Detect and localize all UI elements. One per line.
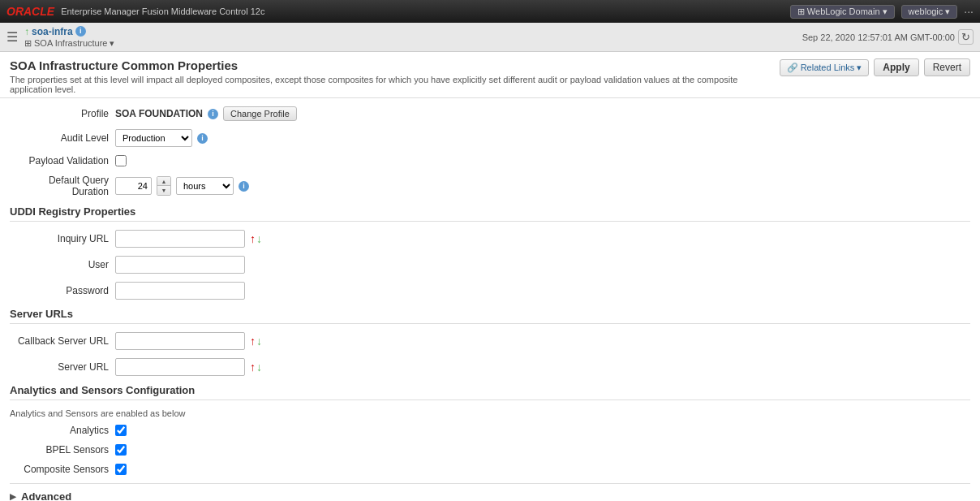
- callback-down-arrow-icon: ↓: [256, 335, 262, 348]
- up-arrow-icon: ↑: [24, 26, 29, 37]
- refresh-button[interactable]: ↻: [958, 29, 974, 45]
- composite-sensors-control: [115, 464, 127, 475]
- grid-small-icon: ⊞: [24, 38, 32, 49]
- soa-infra-link[interactable]: ↑ soa-infra i: [24, 26, 114, 37]
- apply-button[interactable]: Apply: [874, 58, 918, 76]
- default-query-duration-row: Default Query Duration ▲ ▼ hours minutes…: [10, 175, 970, 197]
- expand-icon: ▶: [10, 492, 16, 501]
- analytics-label: Analytics: [10, 425, 115, 436]
- user-row: User: [10, 256, 970, 274]
- server-down-arrow-icon: ↓: [256, 361, 262, 374]
- payload-validation-label: Payload Validation: [10, 155, 115, 166]
- em-title: Enterprise Manager Fusion Middleware Con…: [61, 6, 264, 16]
- form-area: Profile SOA FOUNDATION i Change Profile …: [0, 98, 980, 501]
- inquiry-url-input[interactable]: [115, 230, 245, 248]
- bpel-sensors-checkbox[interactable]: [115, 444, 127, 456]
- analytics-control: [115, 425, 127, 436]
- revert-button[interactable]: Revert: [924, 58, 970, 76]
- analytics-row: Analytics: [10, 425, 970, 436]
- callback-server-url-input[interactable]: [115, 332, 245, 350]
- datetime-label: Sep 22, 2020 12:57:01 AM GMT-00:00: [802, 32, 955, 42]
- server-url-icon[interactable]: ↑↓: [250, 361, 262, 374]
- weblogic-domain-label: WebLogic Domain: [807, 6, 880, 16]
- callback-server-url-label: Callback Server URL: [10, 335, 115, 347]
- default-query-duration-label: Default Query Duration: [10, 175, 115, 197]
- composite-sensors-row: Composite Sensors: [10, 464, 970, 475]
- bpel-sensors-label: BPEL Sensors: [10, 444, 115, 456]
- weblogic-user-label: weblogic: [909, 6, 943, 16]
- inquiry-url-label: Inquiry URL: [10, 233, 115, 244]
- profile-control: SOA FOUNDATION i Change Profile: [115, 106, 297, 121]
- audit-level-select[interactable]: Production Off Development Trace: [115, 129, 192, 147]
- change-profile-button[interactable]: Change Profile: [223, 106, 297, 121]
- weblogic-user-button[interactable]: weblogic ▾: [901, 5, 958, 19]
- user-label: User: [10, 259, 115, 270]
- analytics-section-header: Analytics and Sensors Configuration: [10, 384, 970, 400]
- server-url-input[interactable]: [115, 358, 245, 376]
- audit-level-info-icon[interactable]: i: [197, 133, 208, 144]
- analytics-section: Analytics and Sensors Configuration Anal…: [10, 384, 970, 475]
- profile-value: SOA FOUNDATION: [115, 108, 203, 119]
- oracle-text: ORACLE: [6, 5, 54, 18]
- inquiry-url-row: Inquiry URL ↑↓: [10, 230, 970, 248]
- duration-unit-select[interactable]: hours minutes seconds: [176, 177, 234, 195]
- audit-level-control: Production Off Development Trace i: [115, 129, 208, 147]
- server-url-row: Server URL ↑↓: [10, 358, 970, 376]
- top-navigation: ORACLE Enterprise Manager Fusion Middlew…: [0, 0, 980, 23]
- advanced-header[interactable]: ▶ Advanced: [10, 490, 970, 501]
- payload-validation-row: Payload Validation: [10, 155, 970, 166]
- weblogic-domain-button[interactable]: ⊞ WebLogic Domain ▾: [790, 5, 895, 19]
- password-input[interactable]: [115, 282, 245, 300]
- profile-info-icon[interactable]: i: [208, 109, 218, 119]
- analytics-note: Analytics and Sensors are enabled as bel…: [10, 408, 970, 418]
- password-control: [115, 282, 245, 300]
- bpel-sensors-row: BPEL Sensors: [10, 444, 970, 456]
- oracle-logo: ORACLE Enterprise Manager Fusion Middlew…: [6, 5, 264, 18]
- audit-level-label: Audit Level: [10, 132, 115, 144]
- link-icon: 🔗: [787, 63, 798, 73]
- grid-icon: ⊞: [797, 6, 805, 17]
- spinner-buttons: ▲ ▼: [157, 176, 171, 196]
- more-options-button[interactable]: ···: [964, 5, 974, 18]
- composite-sensors-label: Composite Sensors: [10, 464, 115, 475]
- default-query-duration-control: ▲ ▼ hours minutes seconds i: [115, 176, 249, 196]
- page-header: SOA Infrastructure Common Properties The…: [0, 52, 980, 98]
- advanced-section: ▶ Advanced: [10, 483, 970, 501]
- soa-infra-info-icon[interactable]: i: [75, 26, 86, 37]
- server-up-arrow-icon: ↑: [250, 361, 256, 374]
- nav-right: ⊞ WebLogic Domain ▾ weblogic ▾ ···: [790, 5, 974, 19]
- callback-url-icon[interactable]: ↑↓: [250, 335, 262, 348]
- chevron-down-icon: ▾: [883, 6, 888, 17]
- header-actions: 🔗 Related Links ▾ Apply Revert: [780, 58, 970, 76]
- page-title-area: SOA Infrastructure Common Properties The…: [10, 58, 770, 94]
- page-title: SOA Infrastructure Common Properties: [10, 58, 770, 72]
- password-row: Password: [10, 282, 970, 300]
- profile-label: Profile: [10, 108, 115, 119]
- inquiry-url-icon[interactable]: ↑↓: [250, 232, 262, 245]
- uddi-section-header: UDDI Registry Properties: [10, 205, 970, 222]
- url-down-arrow-icon: ↓: [256, 232, 262, 245]
- duration-info-icon[interactable]: i: [239, 181, 249, 192]
- server-url-label: Server URL: [10, 361, 115, 373]
- soa-infrastructure-label: SOA Infrastructure: [34, 38, 107, 48]
- default-query-duration-input[interactable]: [115, 177, 152, 195]
- composite-sensors-checkbox[interactable]: [115, 464, 127, 475]
- related-links-button[interactable]: 🔗 Related Links ▾: [780, 59, 870, 76]
- spinner-down-button[interactable]: ▼: [157, 186, 170, 195]
- analytics-checkbox[interactable]: [115, 425, 127, 436]
- user-input[interactable]: [115, 256, 245, 274]
- url-up-arrow-icon: ↑: [250, 232, 256, 245]
- user-chevron-icon: ▾: [945, 6, 950, 17]
- audit-level-row: Audit Level Production Off Development T…: [10, 129, 970, 147]
- date-area: Sep 22, 2020 12:57:01 AM GMT-00:00 ↻: [802, 29, 974, 45]
- user-control: [115, 256, 245, 274]
- payload-validation-checkbox[interactable]: [115, 155, 127, 166]
- related-links-chevron: ▾: [857, 63, 862, 73]
- soa-infrastructure-sub[interactable]: ⊞ SOA Infrastructure ▾: [24, 38, 114, 49]
- page-subtitle: The properties set at this level will im…: [10, 75, 770, 94]
- breadcrumb: ↑ soa-infra i ⊞ SOA Infrastructure ▾: [24, 26, 114, 49]
- hamburger-icon[interactable]: ☰: [6, 29, 18, 45]
- main-content: SOA Infrastructure Common Properties The…: [0, 52, 980, 501]
- spinner-up-button[interactable]: ▲: [157, 177, 170, 186]
- server-urls-section-header: Server URLs: [10, 308, 970, 324]
